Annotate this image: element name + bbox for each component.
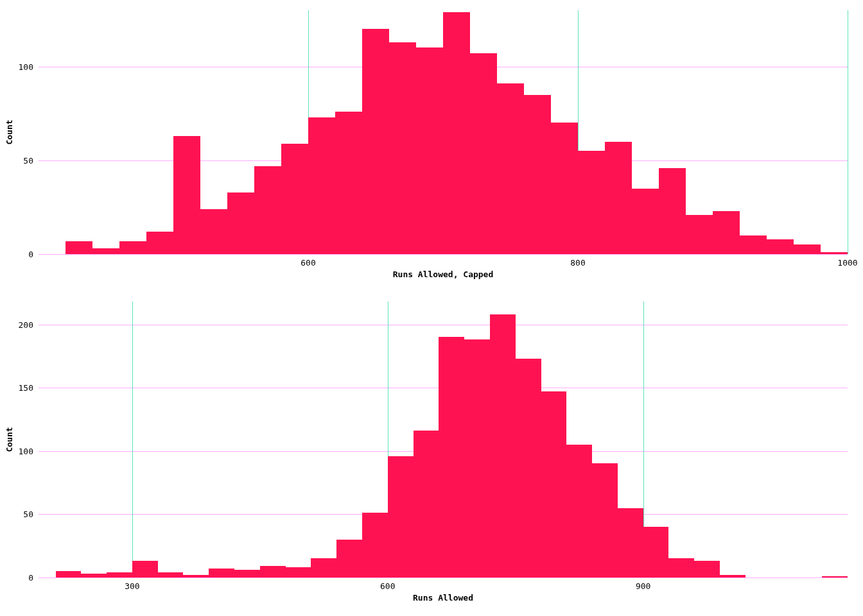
- histogram-bar: [119, 241, 146, 254]
- histogram-bar: [308, 117, 335, 254]
- histogram-bar: [281, 144, 308, 254]
- gridline-h: [39, 325, 848, 325]
- histogram-bar: [470, 53, 497, 254]
- histogram-bar: [740, 235, 767, 254]
- plot-area: 0501006008001000: [39, 10, 848, 254]
- histogram-bar: [794, 244, 821, 254]
- histogram-bar: [541, 391, 567, 578]
- y-tick-label: 100: [19, 62, 33, 71]
- histogram-bar: [107, 572, 132, 578]
- histogram-bar: [720, 575, 745, 578]
- histogram-bar: [618, 508, 643, 578]
- histogram-bar: [414, 431, 439, 578]
- histogram-bar: [227, 193, 254, 254]
- y-tick-label: 50: [23, 155, 33, 165]
- histogram-bar: [659, 168, 686, 254]
- histogram-bar: [362, 513, 388, 578]
- histogram-bar: [65, 241, 92, 254]
- histogram-bar: [209, 569, 234, 578]
- y-tick-label: 50: [23, 509, 33, 519]
- histogram-bar: [200, 209, 227, 254]
- histogram-bar: [464, 339, 490, 578]
- y-tick-label: 100: [19, 446, 33, 456]
- histogram-bar: [632, 189, 659, 254]
- histogram-bar: [335, 112, 362, 254]
- histogram-bar: [767, 239, 794, 254]
- y-tick-label: 150: [19, 383, 33, 393]
- x-axis-label: Runs Allowed: [413, 593, 473, 603]
- gridline-h: [39, 578, 848, 578]
- y-axis-label: Count: [4, 119, 14, 144]
- x-tick-label: 600: [380, 581, 395, 591]
- y-axis-label: Count: [4, 427, 14, 452]
- histogram-bar: [443, 12, 470, 254]
- histogram-bar: [389, 42, 416, 254]
- x-axis-label: Runs Allowed, Capped: [393, 270, 494, 279]
- gridline-h: [39, 254, 848, 255]
- histogram-bar: [822, 576, 848, 578]
- gridline-v: [848, 10, 848, 254]
- histogram-bar: [566, 445, 592, 578]
- plot-area: 050100150200300600900: [39, 302, 848, 578]
- histogram-bar: [81, 574, 107, 578]
- histogram-bar: [578, 151, 605, 254]
- histogram-runs-allowed: 050100150200300600900 Count Runs Allowed: [39, 302, 848, 578]
- histogram-bar: [516, 359, 541, 578]
- gridline-v: [132, 302, 133, 578]
- histogram-bar: [254, 166, 281, 254]
- histogram-bar: [336, 540, 362, 578]
- y-tick-label: 0: [28, 573, 33, 583]
- histogram-bar: [497, 83, 524, 254]
- histogram-bar: [56, 571, 82, 578]
- histogram-bar: [668, 558, 694, 578]
- y-tick-label: 200: [19, 320, 33, 329]
- histogram-bar: [234, 570, 260, 578]
- histogram-bar: [821, 252, 848, 254]
- histogram-bar: [146, 232, 173, 254]
- histogram-bar: [362, 29, 389, 254]
- figure: 0501006008001000 Count Runs Allowed, Cap…: [0, 0, 863, 616]
- histogram-bar: [260, 566, 286, 578]
- x-tick-label: 1000: [837, 258, 857, 268]
- x-tick-label: 600: [301, 258, 315, 268]
- x-tick-label: 800: [570, 258, 585, 268]
- histogram-bar: [92, 248, 119, 254]
- histogram-bar: [524, 95, 551, 254]
- histogram-bar: [551, 123, 578, 254]
- histogram-bar: [311, 558, 336, 578]
- histogram-bar: [286, 567, 311, 578]
- histogram-bar: [183, 575, 209, 578]
- histogram-bar: [643, 527, 669, 578]
- histogram-bar: [686, 215, 713, 254]
- histogram-bar: [388, 456, 414, 578]
- histogram-bar: [694, 561, 720, 578]
- histogram-bar: [173, 136, 200, 254]
- histogram-bar: [713, 211, 740, 254]
- histogram-bar: [490, 314, 516, 578]
- histogram-bar: [439, 337, 464, 578]
- histogram-bar: [592, 463, 618, 578]
- x-tick-label: 300: [125, 581, 139, 591]
- histogram-bar: [416, 47, 443, 254]
- histogram-bar: [158, 572, 184, 578]
- histogram-bar: [132, 561, 158, 578]
- x-tick-label: 900: [636, 581, 650, 591]
- y-tick-label: 0: [28, 250, 33, 259]
- histogram-runs-allowed-capped: 0501006008001000 Count Runs Allowed, Cap…: [39, 10, 848, 254]
- histogram-bar: [605, 142, 632, 254]
